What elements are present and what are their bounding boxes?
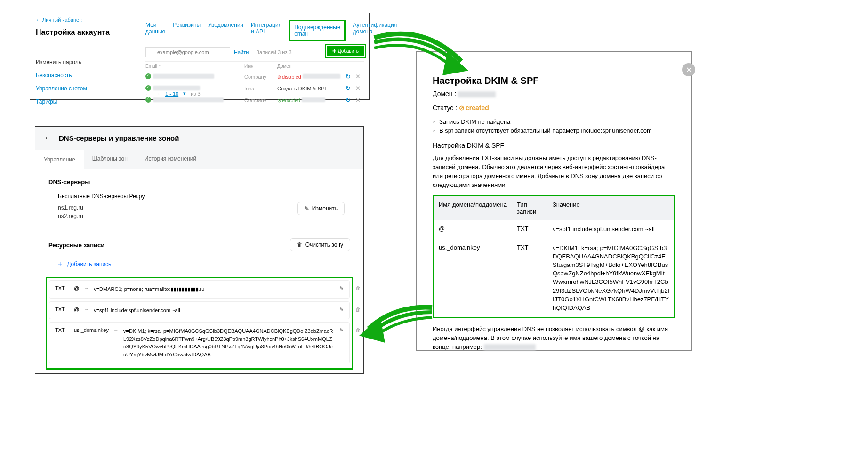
refresh-icon[interactable]: ↻ [346,85,351,92]
note-item: Запись DKIM не найдена [433,117,675,126]
tab-history[interactable]: История изменений [136,150,205,169]
close-icon[interactable]: ✕ [682,63,695,76]
dns-panel: ← DNS-серверы и управление зоной Управле… [35,126,364,374]
domain-row: Домен : [433,90,675,97]
back-link[interactable]: ← Личный кабинет: [36,17,83,23]
row-name: Irina [244,86,277,91]
th-domain: Домен [277,64,364,69]
free-dns-label: Бесплатные DNS-серверы Рег.ру [48,193,350,200]
pager-prev[interactable]: ← [145,91,151,97]
domain-status-disabled: disabled [277,74,301,80]
sidebar-item-tariffs[interactable]: Тарифы [30,95,110,108]
domain-status-enabled: enabled [277,97,300,103]
th-value: Значение [548,196,674,220]
search-wrap [145,47,230,57]
dkim-modal: ✕ Настройка DKIM & SPF Домен : Статус :c… [416,51,692,351]
records-list: TXT @ → v=DMARC1; p=none; rua=mailto:▮▮▮… [46,277,353,370]
th-type: Тип записи [515,196,548,220]
create-dkim-link[interactable]: Создать DKIM & SPF [277,86,328,91]
arrow-icon [372,28,475,85]
arrow-icon [357,300,437,352]
edit-icon[interactable]: ✎ [339,285,344,291]
table-row: @ TXT v=spf1 include:spf.unisender.com ~… [434,220,674,238]
footer-note: Иногда интерфейс управления DNS не позво… [433,325,675,352]
refresh-icon[interactable]: ↻ [346,73,351,80]
delete-icon[interactable]: ✕ [355,97,361,104]
sidebar-item-security[interactable]: Безопасность [30,69,110,82]
section-dns-servers: DNS-серверы [48,178,350,186]
plus-icon: + [58,260,62,268]
notes-list: Запись DKIM не найдена В spf записи отсу… [433,117,675,135]
tabs: Мои данные Реквизиты Уведомления Интегра… [145,20,397,41]
check-icon [145,73,151,79]
records-count: Записей 3 из 3 [256,49,291,55]
back-arrow-icon[interactable]: ← [44,133,52,143]
find-button[interactable]: Найти [234,49,249,55]
search-input[interactable] [145,47,230,57]
trash-icon: 🗑 [297,242,303,248]
dns-record: TXT @ → v=DMARC1; p=none; rua=mailto:▮▮▮… [49,280,350,299]
tab-confirmed-email[interactable]: Подтвержденные email [289,20,345,41]
delete-icon[interactable]: ✕ [355,85,361,92]
pager: ← → 1 - 10 ▾ из 3 [145,90,201,97]
add-button[interactable]: ✚Добавить [327,46,364,56]
tab-requisites[interactable]: Реквизиты [173,20,201,41]
delete-icon[interactable]: ✕ [355,73,361,80]
edit-icon[interactable]: ✎ [339,307,344,313]
dns-title: DNS-серверы и управление зоной [59,134,179,142]
description: Для добавления TXT-записи вы должны имет… [433,154,675,189]
clear-zone-button[interactable]: 🗑Очистить зону [290,238,350,251]
tab-notifications[interactable]: Уведомления [208,20,243,41]
edit-icon[interactable]: ✎ [339,327,344,333]
refresh-icon[interactable]: ↻ [346,97,351,104]
change-button[interactable]: ✎Изменить [297,202,345,215]
check-icon [145,85,151,91]
tab-templates[interactable]: Шаблоны зон [84,150,136,169]
sub-heading: Настройка DKIM & SPF [433,142,675,149]
add-record-button[interactable]: + Добавить запись [48,251,350,277]
tab-mydata[interactable]: Мои данные [145,20,165,41]
trash-icon[interactable]: 🗑 [355,285,361,291]
pager-range[interactable]: 1 - 10 [165,91,178,97]
tab-manage[interactable]: Управление [35,150,84,169]
status-badge: created [457,104,489,112]
th-host: Имя домена/поддомена [434,196,515,220]
pencil-icon: ✎ [305,205,309,212]
row-name: Company [244,97,277,103]
section-resource-records: Ресурсные записи [48,242,104,249]
dns-record: TXT @ → v=spf1 include:spf.unisender.com… [49,301,350,320]
table-row: Company disabled ↻✕ [145,71,364,82]
tab-integration[interactable]: Интеграция и API [251,20,281,41]
th-email[interactable]: Email ↑ [145,64,244,69]
dns-record: TXT us._domainkey → v=DKIM1; k=rsa; p=MI… [49,322,350,363]
plus-icon: ✚ [332,48,336,54]
th-name: Имя [244,64,277,69]
row-name: Company [244,74,277,80]
account-settings-panel: ← Личный кабинет: Настройка аккаунта Изм… [30,13,370,100]
note-item: В spf записи отсутствует обязательный па… [433,126,675,135]
dns-values-table: Имя домена/поддомена Тип записи Значение… [433,195,675,318]
pager-next[interactable]: → [155,91,161,97]
sidebar-item-billing[interactable]: Управление счетом [30,82,110,95]
check-icon [145,97,151,103]
sidebar-item-password[interactable]: Изменить пароль [30,56,110,69]
status-row: Статус :created [433,104,675,112]
settings-sidebar: Изменить пароль Безопасность Управление … [30,56,110,108]
table-row: us._domainkey TXT v=DKIM1; k=rsa; p=MIGf… [434,239,674,317]
